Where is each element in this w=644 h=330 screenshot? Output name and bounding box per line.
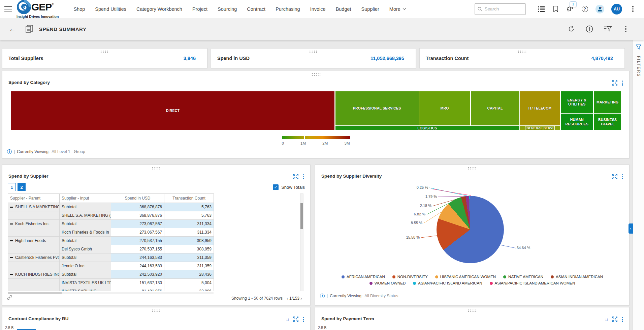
hamburger-menu-icon[interactable] — [4, 6, 12, 11]
nav-item-budget[interactable]: Budget — [336, 6, 351, 12]
expand-icon[interactable] — [293, 174, 298, 179]
expand-icon[interactable] — [293, 317, 298, 322]
nav-item-more[interactable]: More — [389, 6, 406, 12]
gep-logo[interactable]: GEP ® Insight Drives Innovation — [17, 0, 59, 18]
sort-icon[interactable]: ↓↑ — [605, 317, 608, 322]
drag-handle[interactable] — [468, 167, 477, 170]
filters-collapse-tab[interactable]: ‹ — [629, 223, 633, 234]
treemap-tile-mro[interactable]: MRO — [419, 91, 470, 125]
info-icon[interactable]: i — [7, 149, 12, 154]
announcements-icon[interactable]: 1 — [567, 5, 574, 13]
kpi-value[interactable]: 4,870,492 — [591, 56, 613, 61]
assistant-avatar-icon[interactable] — [595, 5, 604, 13]
treemap-tile-it-telecom[interactable]: IT/ TELECOM — [520, 91, 560, 125]
show-totals-toggle[interactable]: ✓ Show Totals — [273, 184, 305, 190]
filter-sort-icon[interactable] — [604, 25, 612, 33]
drag-handle[interactable] — [468, 309, 477, 312]
nav-item-project[interactable]: Project — [192, 6, 207, 12]
search-input[interactable] — [485, 6, 523, 11]
table-row[interactable]: High Liner FoodsSubtotal270,537,155308,9… — [8, 237, 214, 245]
nav-item-contract[interactable]: Contract — [247, 6, 265, 12]
treemap-tile-energy-utilities[interactable]: ENERGY & UTILITIES — [561, 91, 593, 113]
back-arrow-icon[interactable]: ← — [9, 25, 16, 33]
kpi-value[interactable]: 11,052,668,395 — [371, 56, 404, 61]
header-kebab-menu-icon[interactable] — [629, 5, 637, 13]
diversity-pie-chart[interactable] — [437, 196, 504, 263]
nav-item-sourcing[interactable]: Sourcing — [218, 6, 237, 12]
legend-item-non-diversity[interactable]: NON-DIVERSITY — [392, 275, 428, 279]
info-icon[interactable]: i — [320, 294, 325, 298]
help-icon[interactable]: ? — [581, 5, 588, 13]
column-header-supplier-input[interactable]: Supplier - Input — [60, 194, 111, 203]
legend-item-asian-pacific-island-american-women[interactable]: ASIAN/PACIFIC ISLAND AMERICAN WOMEN — [490, 281, 575, 285]
collapse-icon[interactable] — [10, 207, 13, 208]
user-avatar[interactable]: AU — [611, 4, 622, 14]
sort-icon[interactable]: ↓↑ — [286, 317, 289, 322]
widget-kebab-menu-icon[interactable] — [302, 316, 305, 323]
page-tab-1[interactable]: 1 — [8, 183, 16, 191]
table-row[interactable]: Koch Fisheries Inc.Subtotal273,067,56731… — [8, 220, 214, 228]
link-icon[interactable] — [7, 295, 12, 300]
table-row[interactable]: SHELL S A MARKETING (Subtotal368,876,876… — [8, 203, 214, 211]
legend-item-asian-indian-american[interactable]: ASIAN INDIAN AMERICAN — [551, 275, 603, 279]
global-search[interactable] — [475, 3, 526, 15]
nav-item-invoice[interactable]: Invoice — [310, 6, 326, 12]
treemap-tile-professional-services[interactable]: PROFESSIONAL SERVICES — [335, 91, 419, 125]
filters-rail-label[interactable]: FILTERS — [636, 56, 641, 77]
treemap-tile-direct[interactable]: DIRECT — [11, 91, 334, 130]
widget-kebab-menu-icon[interactable] — [621, 316, 624, 323]
drag-handle[interactable] — [311, 73, 321, 76]
drag-handle[interactable] — [309, 50, 318, 53]
legend-item-hispanic-american-women[interactable]: HISPANIC AMERICAN WOMEN — [435, 275, 496, 279]
expand-icon[interactable] — [612, 80, 617, 86]
treemap-tile-general-servi[interactable]: GENERAL SERVI — [520, 126, 560, 130]
drag-handle[interactable] — [152, 167, 161, 170]
widget-kebab-menu-icon[interactable] — [302, 174, 305, 180]
filter-funnel-icon[interactable] — [636, 44, 641, 50]
treemap-tile-marketing[interactable]: MARKETING — [594, 91, 621, 113]
table-row[interactable]: Del Sysco Gmbh270,537,155308,959 — [8, 245, 214, 253]
vertical-scrollbar[interactable] — [300, 193, 303, 291]
expand-icon[interactable] — [612, 174, 617, 179]
kpi-value[interactable]: 3,846 — [184, 56, 196, 61]
table-row[interactable]: KOCH INDUSTRIES INCSubtotal242,503,92028… — [8, 270, 214, 279]
table-row[interactable]: SHELL S.A. MARKETING (P368,876,8765,763 — [8, 211, 214, 220]
checkbox-checked-icon[interactable]: ✓ — [273, 184, 279, 190]
page-tab-2[interactable]: 2 — [18, 183, 26, 191]
widget-kebab-menu-icon[interactable] — [621, 80, 624, 86]
column-header-supplier-parent[interactable]: Supplier - Parent — [8, 194, 60, 203]
table-row[interactable]: INVISTA TEXTILES UK LTD151,637,1305,004 — [8, 279, 214, 287]
bookmark-icon[interactable] — [552, 5, 559, 13]
column-header-spend-in-usd[interactable]: Spend in USD — [111, 194, 164, 203]
legend-item-asian-pacific-island-american[interactable]: ASIAN/PACIFIC ISLAND AMERICAN — [413, 281, 482, 285]
widget-kebab-menu-icon[interactable] — [621, 174, 624, 180]
expand-icon[interactable] — [612, 317, 617, 322]
scrollbar-thumb[interactable] — [300, 203, 303, 229]
nav-item-supplier[interactable]: Supplier — [361, 6, 379, 12]
treemap-tile-business-travel[interactable]: BUSINESS TRAVEL — [594, 114, 621, 130]
task-list-icon[interactable] — [538, 5, 545, 13]
legend-item-native-american[interactable]: NATIVE AMERICAN — [503, 275, 543, 279]
collapse-icon[interactable] — [10, 223, 13, 224]
treemap-tile-human-resources[interactable]: HUMAN RESOURCES — [561, 114, 593, 130]
pager-prev-icon[interactable]: ‹ — [287, 296, 288, 301]
legend-item-african-american[interactable]: AFRICAN AMERICAN — [342, 275, 385, 279]
table-row[interactable]: Koch Fisheries & Foods In273,067,567311,… — [8, 228, 214, 237]
table-row[interactable]: Jennie O Inc.244,163,583311,359 — [8, 262, 214, 270]
treemap-tile-capital[interactable]: CAPITAL — [471, 91, 519, 125]
table-row[interactable]: Castlerock Fisheries PvtSubtotal244,163,… — [8, 253, 214, 262]
add-widget-icon[interactable] — [585, 25, 593, 33]
drag-handle[interactable] — [152, 309, 161, 312]
nav-item-purchasing[interactable]: Purchasing — [276, 6, 300, 12]
drag-handle[interactable] — [100, 50, 109, 53]
nav-item-category-workbench[interactable]: Category Workbench — [136, 6, 182, 12]
toolbar-kebab-menu-icon[interactable] — [622, 25, 630, 33]
pager-next-icon[interactable]: › — [300, 296, 302, 301]
refresh-icon[interactable] — [567, 25, 575, 33]
horizontal-scrollbar[interactable] — [8, 292, 214, 294]
collapse-icon[interactable] — [10, 274, 13, 275]
nav-item-spend-utilities[interactable]: Spend Utilities — [95, 6, 126, 12]
table-row[interactable]: INVISTA SARL INC81,491,85622,006 — [8, 287, 214, 292]
treemap-tile-logistics[interactable]: LOGISTICS — [335, 126, 519, 130]
drag-handle[interactable] — [517, 50, 527, 53]
